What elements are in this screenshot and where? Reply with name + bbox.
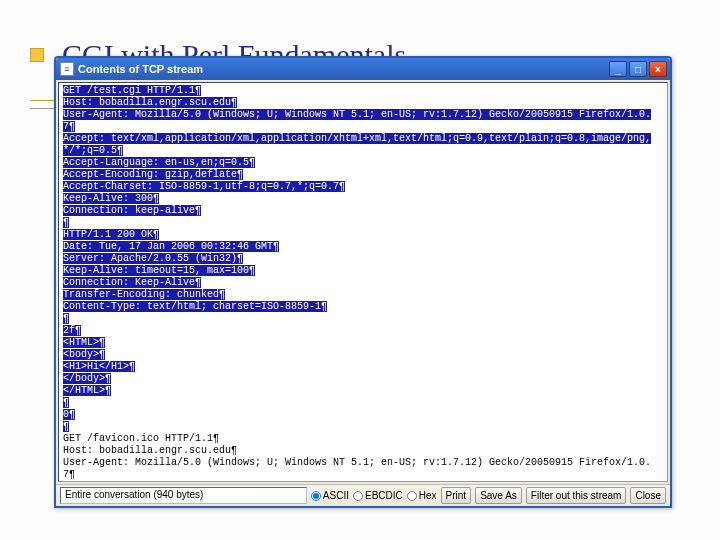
stream-line[interactable]: ¶: [63, 397, 69, 408]
stream-line[interactable]: <body>¶: [63, 349, 105, 360]
stream-line[interactable]: </HTML>¶: [63, 385, 111, 396]
stream-line[interactable]: Date: Tue, 17 Jan 2006 00:32:46 GMT¶: [63, 241, 279, 252]
hex-radio[interactable]: Hex: [407, 490, 437, 501]
ebcdic-radio[interactable]: EBCDIC: [353, 490, 403, 501]
conversation-status[interactable]: Entire conversation (940 bytes): [60, 487, 307, 504]
stream-line[interactable]: 7¶: [63, 121, 75, 132]
titlebar[interactable]: ≡ Contents of TCP stream _ □ ×: [56, 58, 670, 80]
stream-line[interactable]: </body>¶: [63, 373, 111, 384]
window-title: Contents of TCP stream: [78, 63, 203, 75]
stream-line[interactable]: Host: bobadilla.engr.scu.edu¶: [63, 445, 237, 456]
stream-line[interactable]: ¶: [63, 313, 69, 324]
stream-line[interactable]: Keep-Alive: 300¶: [63, 193, 159, 204]
stream-line[interactable]: Accept-Language: en-us,en;q=0.5¶: [63, 157, 255, 168]
stream-line[interactable]: Keep-Alive: timeout=15, max=100¶: [63, 265, 255, 276]
app-icon: ≡: [60, 62, 74, 76]
stream-text-area[interactable]: GET /test.cgi HTTP/1.1¶ Host: bobadilla.…: [58, 82, 668, 482]
stream-line[interactable]: Connection: keep-alive¶: [63, 205, 201, 216]
stream-line[interactable]: Accept-Charset: ISO-8859-1,utf-8;q=0.7,*…: [63, 181, 345, 192]
stream-line[interactable]: User-Agent: Mozilla/5.0 (Windows; U; Win…: [63, 457, 651, 468]
close-stream-button[interactable]: Close: [630, 487, 666, 504]
slide-bullet: [30, 48, 44, 62]
close-button[interactable]: ×: [649, 61, 667, 77]
tcp-stream-window: ≡ Contents of TCP stream _ □ × GET /test…: [54, 56, 672, 508]
stream-line[interactable]: ¶: [63, 217, 69, 228]
stream-line[interactable]: Accept-Encoding: gzip,deflate¶: [63, 169, 243, 180]
stream-line[interactable]: Server: Apache/2.0.55 (Win32)¶: [63, 253, 243, 264]
stream-line[interactable]: Accept: image/png,*/*;q=0.5¶: [63, 481, 231, 482]
stream-line[interactable]: GET /favicon.ico HTTP/1.1¶: [63, 433, 219, 444]
bottom-toolbar: Entire conversation (940 bytes) ASCII EB…: [56, 484, 670, 506]
stream-line[interactable]: <HTML>¶: [63, 337, 105, 348]
stream-line[interactable]: HTTP/1.1 200 OK¶: [63, 229, 159, 240]
save-as-button[interactable]: Save As: [475, 487, 522, 504]
ascii-radio[interactable]: ASCII: [311, 490, 349, 501]
stream-line[interactable]: GET /test.cgi HTTP/1.1¶: [63, 85, 201, 96]
stream-line[interactable]: Transfer-Encoding: chunked¶: [63, 289, 225, 300]
maximize-button[interactable]: □: [629, 61, 647, 77]
stream-line[interactable]: 2f¶: [63, 325, 81, 336]
stream-line[interactable]: 7¶: [63, 469, 75, 480]
stream-line[interactable]: */*;q=0.5¶: [63, 145, 123, 156]
filter-out-button[interactable]: Filter out this stream: [526, 487, 627, 504]
stream-line[interactable]: Host: bobadilla.engr.scu.edu¶: [63, 97, 237, 108]
stream-line[interactable]: Content-Type: text/html; charset=ISO-885…: [63, 301, 327, 312]
stream-line[interactable]: <H1>Hi</H1>¶: [63, 361, 135, 372]
stream-line[interactable]: ¶: [63, 421, 69, 432]
stream-line[interactable]: Connection: Keep-Alive¶: [63, 277, 201, 288]
stream-line[interactable]: Accept: text/xml,application/xml,applica…: [63, 133, 651, 144]
print-button[interactable]: Print: [441, 487, 472, 504]
stream-line[interactable]: 0¶: [63, 409, 75, 420]
minimize-button[interactable]: _: [609, 61, 627, 77]
stream-line[interactable]: User-Agent: Mozilla/5.0 (Windows; U; Win…: [63, 109, 651, 120]
